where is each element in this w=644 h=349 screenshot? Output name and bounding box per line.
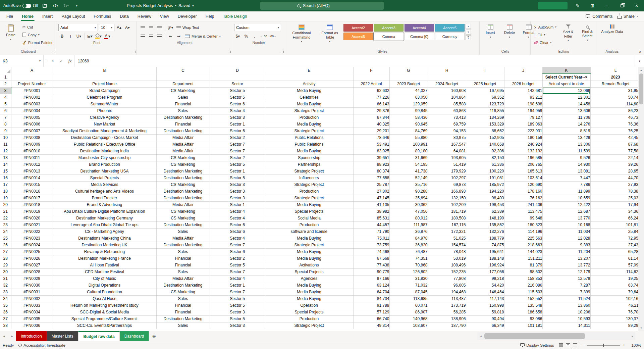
cell-H38[interactable]: 187,790 [428, 322, 466, 329]
column-header-L[interactable]: L [590, 67, 638, 74]
cell-F35[interactable]: 91,788 [353, 302, 389, 309]
cell-G32[interactable]: 71,032 [389, 282, 428, 289]
cell-F3[interactable]: 62,632 [353, 87, 389, 94]
cell-G23[interactable]: 111,987 [389, 221, 428, 228]
minimize-button[interactable]: − [600, 0, 614, 11]
cell-G37[interactable]: 140,968 [389, 315, 428, 322]
cell-J35[interactable]: 135,548 [504, 302, 542, 309]
cell-C21[interactable]: CS Marketing [156, 208, 210, 215]
cell-I33[interactable]: 146,464 [466, 289, 504, 295]
column-header-C[interactable]: C [156, 67, 210, 74]
scroll-right-icon[interactable]: ▸ [630, 335, 635, 338]
row-header-35[interactable]: 35 [0, 302, 11, 309]
cell-F33[interactable]: 64,704 [353, 289, 389, 295]
orientation-button[interactable]: ab▾ [167, 24, 174, 31]
cell-A30[interactable]: #PN0028 [11, 268, 53, 275]
cell-L20[interactable]: 17,940 [590, 201, 638, 208]
cell-E28[interactable]: Media Buying [265, 255, 353, 262]
cell-C29[interactable]: Financial [156, 262, 210, 268]
cell-F29[interactable]: 77,438 [353, 262, 389, 268]
cell-E33[interactable]: Media Buying [265, 289, 353, 295]
cell-K17[interactable]: 7,786 [542, 181, 590, 188]
cell-K1[interactable]: Select Current Year--> [542, 74, 590, 81]
cell-F5[interactable]: 66,143 [353, 101, 389, 107]
cell-J22[interactable]: 99,648 [504, 215, 542, 221]
zoom-slider-thumb[interactable] [603, 344, 604, 347]
cell-F17[interactable]: 25,787 [353, 181, 389, 188]
cell-L33[interactable]: 79,646 [590, 289, 638, 295]
conditional-formatting-button[interactable]: Conditional Formatting ▾ [287, 23, 316, 48]
cell-C23[interactable]: Destination Marketing [156, 221, 210, 228]
column-header-H[interactable]: H [428, 67, 466, 74]
cell-K23[interactable]: 10,168 [542, 221, 590, 228]
cell-I22[interactable]: 148,190 [466, 215, 504, 221]
horizontal-scrollbar[interactable]: ◂ ▸ [478, 332, 635, 340]
cell-D34[interactable]: Sector 5 [210, 295, 265, 302]
cell-K29[interactable]: 13,772 [542, 262, 590, 268]
zoom-level[interactable]: 100% [630, 343, 641, 347]
cell-L34[interactable]: 102,161 [590, 295, 638, 302]
column-header-E[interactable]: E [265, 67, 353, 74]
autosave-toggle[interactable]: AutoSave Off [3, 3, 38, 8]
cell-C13[interactable]: CS Marketing [156, 154, 210, 161]
align-left-button[interactable] [139, 33, 146, 40]
cell-D29[interactable]: Sector 5 [210, 262, 265, 268]
cell-G22[interactable]: 80,012 [389, 215, 428, 221]
cell-L11[interactable]: 87,685 [590, 141, 638, 148]
ribbon-display-options-button[interactable]: ⊞ [585, 0, 600, 11]
cell-E32[interactable]: Media Buying [265, 282, 353, 289]
cell-I4[interactable]: 69,352 [466, 94, 504, 101]
cell-G21[interactable]: 47,056 [389, 208, 428, 215]
row-header-32[interactable]: 32 [0, 282, 11, 289]
cell-F8[interactable]: 40,325 [353, 121, 389, 128]
cell-G15[interactable]: 41,738 [389, 168, 428, 174]
cell-K16[interactable]: 7,447 [542, 174, 590, 181]
cell-I34[interactable]: 117,143 [466, 295, 504, 302]
row-header-36[interactable]: 36 [0, 309, 11, 315]
cell-J8[interactable]: 189,063 [504, 121, 542, 128]
cell-I24[interactable]: 132,276 [466, 228, 504, 235]
paste-button[interactable]: Paste ▾ [2, 23, 19, 48]
cell-B36[interactable]: SCC-Digital & Social Media [53, 309, 156, 315]
cell-E3[interactable]: Media Buying [265, 87, 353, 94]
cell-J36[interactable]: 186,658 [504, 309, 542, 315]
format-as-table-button[interactable]: Format as Table ▾ [318, 23, 342, 48]
cell-L5[interactable]: 114,601 [590, 101, 638, 107]
cell-I32[interactable]: 54,420 [466, 282, 504, 289]
cell-H12[interactable]: 64,081 [428, 148, 466, 154]
cell-D8[interactable]: Sector 1 [210, 121, 265, 128]
cell-J1[interactable] [504, 74, 542, 81]
cell-G13[interactable]: 31,669 [389, 154, 428, 161]
cell-K24[interactable]: 11,034 [542, 228, 590, 235]
cell-H17[interactable]: 69,873 [428, 181, 466, 188]
cell-C11[interactable]: Media Affair [156, 141, 210, 148]
cell-G34[interactable]: 113,685 [389, 295, 428, 302]
cell-I19[interactable]: 98,403 [466, 195, 504, 201]
formula-input[interactable]: 12069 [74, 55, 635, 67]
cell-K37[interactable]: 10,593 [542, 315, 590, 322]
cell-D9[interactable]: Sector 6 [210, 128, 265, 134]
cell-J12[interactable]: 132,192 [504, 148, 542, 154]
cell-E17[interactable]: Strategic Project [265, 181, 353, 188]
cell-H15[interactable]: 179,929 [428, 168, 466, 174]
cell-E9[interactable]: Strategic Project [265, 128, 353, 134]
cell-K18[interactable]: 11,899 [542, 188, 590, 195]
cell-L37[interactable]: 130,375 [590, 315, 638, 322]
cell-H24[interactable]: 172,321 [428, 228, 466, 235]
zoom-slider[interactable] [587, 345, 620, 346]
cell-I35[interactable]: 150,998 [466, 302, 504, 309]
cell-G27[interactable]: 76,487 [389, 248, 428, 255]
cell-L21[interactable]: 34,369 [590, 208, 638, 215]
row-header-3[interactable]: 3 [0, 87, 11, 94]
cell-B8[interactable]: New Market [53, 121, 156, 128]
cell-C28[interactable]: Financial [156, 255, 210, 262]
cell-G11[interactable]: 100,991 [389, 141, 428, 148]
number-dialog-launcher[interactable] [281, 51, 284, 53]
row-header-9[interactable]: 9 [0, 128, 11, 134]
cell-G29[interactable]: 70,868 [389, 262, 428, 268]
cell-B10[interactable]: Destination Campaign - Cross Market [53, 134, 156, 141]
cell-H6[interactable]: 60,863 [428, 107, 466, 114]
cell-C14[interactable]: CS Marketing [156, 161, 210, 168]
row-header-18[interactable]: 18 [0, 188, 11, 195]
ribbon-tab-insert[interactable]: Insert [38, 11, 57, 21]
